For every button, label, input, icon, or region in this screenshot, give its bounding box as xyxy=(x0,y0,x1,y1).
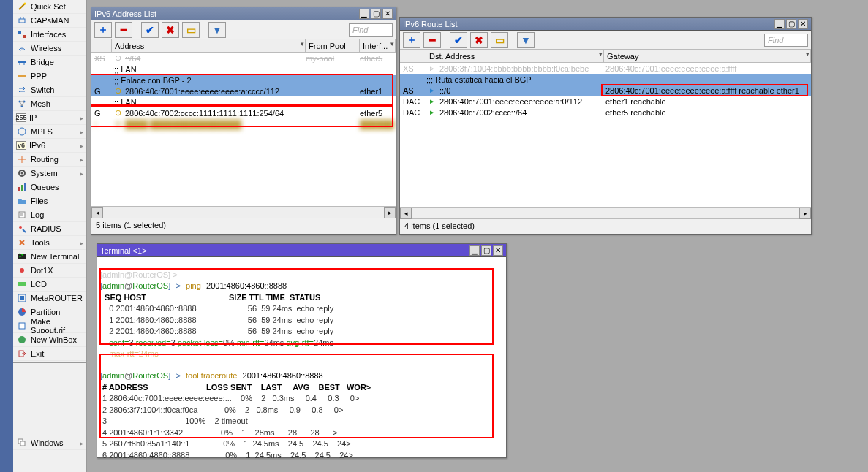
sidebar-item-metarouter[interactable]: MetaROUTER xyxy=(13,292,86,305)
status-text: 4 items (1 selected) xyxy=(404,221,475,230)
scroll-left-icon[interactable]: ◂ xyxy=(400,208,412,219)
sidebar-item-dot1x[interactable]: Dot1X xyxy=(13,264,86,278)
find-input[interactable]: Find xyxy=(764,34,808,47)
table-row[interactable]: AS▸ ::/02806:40c:7001:eeee:eeee:eeee:a:f… xyxy=(400,85,811,96)
sidebar-item-ppp[interactable]: PPP xyxy=(13,69,86,83)
sidebar-item-mesh[interactable]: Mesh xyxy=(13,97,86,111)
sidebar-item-new-terminal[interactable]: >_New Terminal xyxy=(13,250,86,264)
enable-button[interactable]: ✔ xyxy=(141,22,159,38)
comment-button[interactable]: ▭ xyxy=(491,32,508,48)
table-row-comment[interactable]: ;;; LAN xyxy=(91,96,396,107)
sidebar-item-lcd[interactable]: LCD xyxy=(13,278,86,292)
sidebar-item-label: MPLS xyxy=(31,127,53,136)
sidebar-item-ipv6[interactable]: v6IPv6▸ xyxy=(13,139,86,153)
frompool-column[interactable]: From Pool xyxy=(306,39,360,52)
remove-button[interactable]: ━ xyxy=(115,22,132,38)
route-icon: ▹ xyxy=(426,64,438,73)
svg-rect-30 xyxy=(18,282,26,286)
sidebar-item-ip[interactable]: 255IP▸ xyxy=(13,111,86,125)
remove-button[interactable]: ━ xyxy=(423,32,441,48)
add-button[interactable]: ＋ xyxy=(403,32,420,48)
sidebar-item-system[interactable]: System▸ xyxy=(13,167,86,180)
chevron-down-icon[interactable]: ▾ xyxy=(806,50,809,58)
sidebar-item-mpls[interactable]: MPLS▸ xyxy=(13,125,86,139)
address-column[interactable]: Address▾ xyxy=(112,39,306,52)
table-row[interactable]: DAC▸ 2806:40c:7001:eeee:eeee:eeee:a:0/11… xyxy=(400,96,811,107)
sidebar-item-files[interactable]: Files xyxy=(13,194,86,208)
sidebar-item-bridge[interactable]: Bridge xyxy=(13,56,86,69)
chevron-down-icon[interactable]: ▾ xyxy=(301,40,304,47)
svg-point-19 xyxy=(21,172,23,175)
disable-button[interactable]: ✖ xyxy=(162,22,179,38)
chevron-right-icon: ▸ xyxy=(80,239,83,247)
table-row[interactable]: DAC▸ 2806:40c:7002:cccc::/64ether5 reach… xyxy=(400,107,811,118)
find-input[interactable]: Find xyxy=(349,23,393,37)
flag-column[interactable] xyxy=(400,50,426,62)
route-icon: ▸ xyxy=(426,86,438,95)
dst-column[interactable]: Dst. Address▾ xyxy=(426,50,604,62)
minimize-button[interactable]: ▁ xyxy=(469,245,480,256)
chevron-down-icon[interactable]: ▾ xyxy=(390,40,394,47)
scroll-right-icon[interactable]: ▸ xyxy=(384,207,396,218)
titlebar[interactable]: IPv6 Route List ▁ ▢ ✕ xyxy=(400,18,811,31)
sidebar-item-routing[interactable]: Routing▸ xyxy=(13,153,86,167)
route-list[interactable]: XS▹ 2806:3f7:1004:bbbb:bbbb:bbbb:f0ca:be… xyxy=(400,63,811,207)
table-row[interactable]: G⊕ 2806:40c:7001:eeee:eeee:eeee:a:cccc/1… xyxy=(91,85,396,96)
titlebar[interactable]: Terminal <1> ▁ ▢ ✕ xyxy=(97,244,506,257)
svg-rect-22 xyxy=(24,183,26,191)
terminal-output[interactable]: [admin@RouterOS] > [admin@RouterOS] > pi… xyxy=(97,257,506,457)
scroll-right-icon[interactable]: ▸ xyxy=(799,208,811,219)
sidebar-item-capsman[interactable]: CAPsMAN xyxy=(13,14,86,28)
filter-button[interactable]: ▼ xyxy=(208,22,226,38)
routing-icon xyxy=(16,153,28,165)
sidebar-item-queues[interactable]: Queues xyxy=(13,180,86,194)
sidebar-item-label: Tools xyxy=(31,238,50,247)
chevron-down-icon[interactable]: ▾ xyxy=(599,50,603,58)
scroll-left-icon[interactable]: ◂ xyxy=(91,207,103,218)
enable-button[interactable]: ✔ xyxy=(450,32,467,48)
add-button[interactable]: ＋ xyxy=(94,22,112,38)
maximize-button[interactable]: ▢ xyxy=(371,9,381,19)
sidebar-item-tools[interactable]: Tools▸ xyxy=(13,236,86,250)
sidebar-item-label: Make Supout.rif xyxy=(31,317,83,335)
sidebar-item-log[interactable]: Log xyxy=(13,208,86,222)
minimize-button[interactable]: ▁ xyxy=(774,19,785,29)
table-row-comment[interactable]: ;;; Ruta estatica hacia el BGP xyxy=(400,74,811,85)
sidebar-item-quick-set[interactable]: Quick Set xyxy=(13,0,86,14)
table-row-comment[interactable]: ;;; LAN xyxy=(91,64,396,75)
sidebar-item-switch[interactable]: Switch xyxy=(13,83,86,97)
sidebar-item-radius[interactable]: RADIUS xyxy=(13,222,86,236)
close-button[interactable]: ✕ xyxy=(382,9,393,19)
toolbar: ＋ ━ ✔ ✖ ▭ ▼ Find xyxy=(400,31,811,50)
sidebar-item-interfaces[interactable]: Interfaces xyxy=(13,28,86,42)
sidebar-item-wireless[interactable]: Wireless xyxy=(13,42,86,56)
sidebar-item-exit[interactable]: Exit xyxy=(13,347,86,361)
titlebar[interactable]: IPv6 Address List ▁ ▢ ✕ xyxy=(91,7,396,20)
svg-point-17 xyxy=(18,128,26,135)
wireless-icon xyxy=(16,42,28,54)
close-button[interactable]: ✕ xyxy=(798,19,808,29)
sidebar-item-windows[interactable]: Windows▸ xyxy=(13,436,86,450)
maximize-button[interactable]: ▢ xyxy=(481,245,491,256)
sidebar-item-new-winbox[interactable]: New WinBox xyxy=(13,333,86,347)
table-row[interactable]: XS⊕ ::/64my-poolether5 xyxy=(91,53,396,64)
address-list[interactable]: XS⊕ ::/64my-poolether5 ;;; LAN ;;; Enlac… xyxy=(91,53,396,206)
table-row[interactable]: I⊕ ████ ██████████████████████ xyxy=(91,118,396,129)
minimize-button[interactable]: ▁ xyxy=(359,9,369,19)
interface-column[interactable]: Interf...▾ xyxy=(360,39,396,52)
table-row[interactable]: XS▹ 2806:3f7:1004:bbbb:bbbb:bbbb:f0ca:be… xyxy=(400,63,811,74)
table-row[interactable]: G⊕ 2806:40c:7002:cccc:1111:1111:1111:254… xyxy=(91,107,396,118)
horizontal-scrollbar[interactable]: ◂▸ xyxy=(400,207,811,218)
flag-column[interactable] xyxy=(91,39,112,52)
gateway-column[interactable]: Gateway▾ xyxy=(604,50,811,62)
maximize-button[interactable]: ▢ xyxy=(786,19,796,29)
horizontal-scrollbar[interactable]: ◂▸ xyxy=(91,206,396,218)
filter-button[interactable]: ▼ xyxy=(517,32,535,48)
ping-header: SEQ HOST SIZE TTL TIME STATUS xyxy=(100,293,320,302)
close-button[interactable]: ✕ xyxy=(493,245,503,256)
comment-button[interactable]: ▭ xyxy=(182,22,200,38)
chevron-right-icon: ▸ xyxy=(80,114,83,122)
disable-button[interactable]: ✖ xyxy=(470,32,488,48)
table-row-comment[interactable]: ;;; Enlace con BGP - 2 xyxy=(91,75,396,85)
sidebar-item-make-supout[interactable]: Make Supout.rif xyxy=(13,319,86,333)
